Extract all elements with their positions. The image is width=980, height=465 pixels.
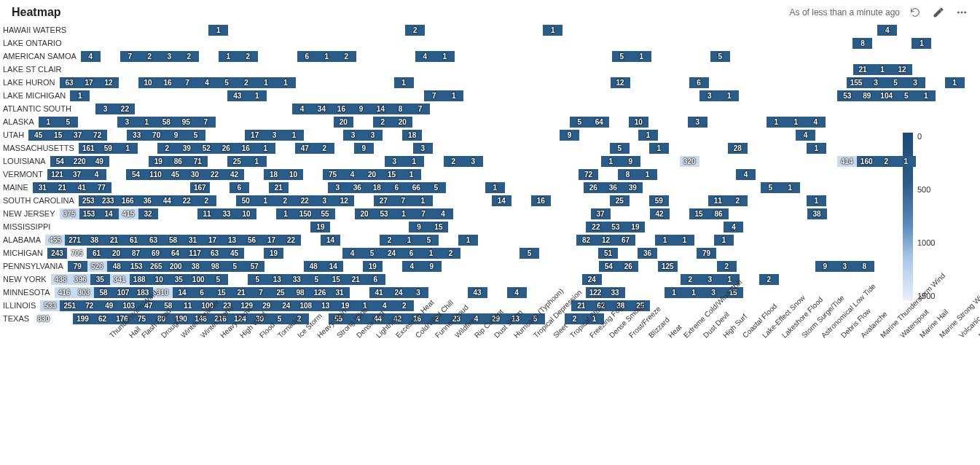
heatmap-cell[interactable] <box>424 156 444 167</box>
heatmap-cell[interactable] <box>353 117 373 128</box>
heatmap-cell[interactable] <box>881 222 901 232</box>
heatmap-cell[interactable]: 5 <box>307 274 326 285</box>
heatmap-cell[interactable] <box>650 77 670 88</box>
heatmap-cell[interactable]: 53 <box>605 222 625 232</box>
heatmap-cell[interactable] <box>800 182 820 193</box>
heatmap-cell[interactable] <box>716 169 736 180</box>
heatmap-cell[interactable] <box>668 117 688 128</box>
heatmap-cell[interactable] <box>158 208 178 219</box>
heatmap-cell[interactable] <box>682 182 702 193</box>
heatmap-cell[interactable]: 27 <box>374 195 393 206</box>
heatmap-cell[interactable]: 72 <box>87 130 107 141</box>
heatmap-cell[interactable]: 2 <box>728 195 748 206</box>
heatmap-cell[interactable] <box>564 182 584 193</box>
refresh-icon[interactable] <box>907 4 923 20</box>
heatmap-cell[interactable] <box>858 274 877 285</box>
heatmap-cell[interactable] <box>249 182 269 193</box>
heatmap-cell[interactable]: 36 <box>603 182 623 193</box>
heatmap-cell[interactable] <box>725 103 745 114</box>
heatmap-cell[interactable] <box>734 235 753 246</box>
heatmap-cell[interactable] <box>460 169 480 180</box>
heatmap-cell[interactable]: 41 <box>369 287 389 298</box>
heatmap-cell[interactable] <box>428 287 448 298</box>
heatmap-cell[interactable] <box>153 222 173 232</box>
heatmap-cell[interactable] <box>657 248 677 259</box>
heatmap-cell[interactable] <box>894 130 914 141</box>
heatmap-cell[interactable] <box>611 208 630 219</box>
heatmap-cell[interactable] <box>369 222 389 232</box>
heatmap-cell[interactable] <box>833 38 852 49</box>
heatmap-cell[interactable]: 22 <box>586 222 605 232</box>
heatmap-cell[interactable] <box>597 38 616 49</box>
heatmap-cell[interactable] <box>420 64 440 75</box>
heatmap-cell[interactable]: 271 <box>65 235 85 246</box>
heatmap-cell[interactable] <box>748 77 768 88</box>
heatmap-cell[interactable] <box>778 156 798 167</box>
heatmap-cell[interactable] <box>480 169 500 180</box>
heatmap-cell[interactable] <box>917 25 936 36</box>
heatmap-cell[interactable] <box>216 117 235 128</box>
heatmap-cell[interactable] <box>233 103 253 114</box>
heatmap-cell[interactable] <box>473 300 493 311</box>
heatmap-cell[interactable]: 1 <box>601 156 621 167</box>
heatmap-cell[interactable] <box>932 64 952 75</box>
heatmap-cell[interactable] <box>904 117 924 128</box>
heatmap-cell[interactable] <box>670 77 689 88</box>
heatmap-cell[interactable]: 4 <box>292 103 312 114</box>
heatmap-cell[interactable] <box>827 77 847 88</box>
heatmap-cell[interactable] <box>838 274 858 285</box>
heatmap-cell[interactable] <box>501 130 520 141</box>
heatmap-cell[interactable] <box>802 222 822 232</box>
heatmap-cell[interactable] <box>905 195 925 206</box>
heatmap-cell[interactable] <box>255 117 275 128</box>
heatmap-cell[interactable]: 2 <box>238 51 258 62</box>
heatmap-cell[interactable] <box>697 261 717 272</box>
heatmap-cell[interactable]: 59 <box>649 195 669 206</box>
heatmap-cell[interactable] <box>350 287 369 298</box>
heatmap-cell[interactable] <box>936 156 955 167</box>
heatmap-cell[interactable] <box>562 25 582 36</box>
heatmap-cell[interactable] <box>479 38 498 49</box>
heatmap-cell[interactable] <box>916 156 936 167</box>
heatmap-cell[interactable] <box>558 64 578 75</box>
heatmap-cell[interactable] <box>114 222 133 232</box>
heatmap-cell[interactable] <box>542 156 562 167</box>
heatmap-cell[interactable]: 8 <box>618 169 638 180</box>
heatmap-cell[interactable] <box>893 248 913 259</box>
heatmap-cell[interactable] <box>815 169 834 180</box>
heatmap-cell[interactable]: 3 <box>95 103 115 114</box>
heatmap-cell[interactable]: 72 <box>79 300 99 311</box>
heatmap-cell[interactable]: 1 <box>655 235 675 246</box>
heatmap-cell[interactable] <box>854 248 874 259</box>
heatmap-cell[interactable] <box>203 38 223 49</box>
heatmap-cell[interactable] <box>442 130 461 141</box>
heatmap-cell[interactable]: 33 <box>287 274 307 285</box>
heatmap-cell[interactable]: 5 <box>186 130 205 141</box>
heatmap-cell[interactable] <box>440 64 460 75</box>
heatmap-cell[interactable] <box>66 64 86 75</box>
heatmap-cell[interactable] <box>924 117 944 128</box>
heatmap-cell[interactable]: 2 <box>717 261 737 272</box>
heatmap-cell[interactable]: 1 <box>317 51 337 62</box>
heatmap-cell[interactable] <box>607 103 627 114</box>
heatmap-cell[interactable] <box>483 156 503 167</box>
heatmap-cell[interactable]: 4 <box>507 287 527 298</box>
heatmap-cell[interactable] <box>251 222 271 232</box>
heatmap-cell[interactable]: 416 <box>55 287 74 298</box>
heatmap-cell[interactable] <box>365 90 385 101</box>
heatmap-cell[interactable] <box>144 38 164 49</box>
heatmap-cell[interactable]: 1 <box>444 90 463 101</box>
heatmap-cell[interactable] <box>448 287 468 298</box>
heatmap-cell[interactable] <box>131 182 151 193</box>
heatmap-cell[interactable]: 32 <box>138 208 158 219</box>
heatmap-cell[interactable] <box>494 51 514 62</box>
heatmap-cell[interactable]: 51 <box>598 248 618 259</box>
heatmap-cell[interactable] <box>678 130 697 141</box>
heatmap-cell[interactable]: 19 <box>363 261 383 272</box>
heatmap-cell[interactable]: 233 <box>98 195 118 206</box>
heatmap-cell[interactable] <box>773 235 793 246</box>
heatmap-cell[interactable]: 9 <box>354 143 374 154</box>
heatmap-cell[interactable] <box>630 208 650 219</box>
heatmap-cell[interactable]: 2 <box>444 156 463 167</box>
heatmap-cell[interactable]: 2 <box>759 274 779 285</box>
